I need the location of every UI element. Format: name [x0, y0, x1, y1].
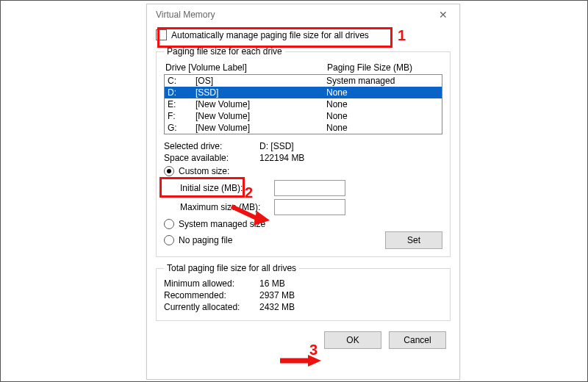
radio-icon[interactable] [164, 166, 174, 176]
virtual-memory-dialog: Virtual Memory ✕ Automatically manage pa… [146, 4, 460, 380]
selected-drive-row: Selected drive: D: [SSD] [164, 140, 442, 152]
header-drive: Drive [Volume Label] [165, 62, 327, 73]
list-item[interactable]: C: [OS] System managed [165, 75, 442, 87]
list-item[interactable]: D: [SSD] None [165, 87, 442, 98]
window-title: Virtual Memory [156, 10, 215, 20]
auto-manage-row[interactable]: Automatically manage paging file size fo… [156, 28, 451, 42]
maximum-size-row: Maximum size (MB): [164, 198, 442, 217]
list-item[interactable]: E: [New Volume] None [165, 98, 442, 110]
initial-size-input[interactable] [274, 180, 345, 196]
custom-size-label: Custom size: [179, 166, 229, 176]
drive-list-header: Drive [Volume Label] Paging File Size (M… [164, 61, 442, 74]
space-available-row: Space available: 122194 MB [164, 152, 442, 164]
maximum-size-input[interactable] [274, 199, 345, 215]
dialog-body: Automatically manage paging file size fo… [147, 25, 459, 356]
paging-each-group: Paging file size for each drive Drive [V… [156, 46, 451, 257]
ok-button[interactable]: OK [324, 331, 381, 349]
drive-listbox[interactable]: C: [OS] System managed D: [SSD] None E: … [164, 74, 442, 134]
list-item[interactable]: F: [New Volume] None [165, 110, 442, 122]
system-managed-radio[interactable]: System managed size [164, 217, 442, 231]
dialog-actions: OK Cancel [156, 327, 451, 349]
no-paging-radio[interactable]: No paging file [164, 233, 385, 248]
initial-size-row: Initial size (MB): [164, 179, 442, 198]
screenshot-canvas: Virtual Memory ✕ Automatically manage pa… [0, 0, 588, 382]
set-button[interactable]: Set [385, 231, 442, 249]
paging-total-group: Total paging file size for all drives Mi… [156, 263, 451, 321]
custom-size-radio[interactable]: Custom size: [164, 164, 442, 179]
paging-each-legend: Paging file size for each drive [164, 46, 285, 57]
radio-icon[interactable] [164, 219, 174, 229]
paging-total-legend: Total paging file size for all drives [164, 263, 299, 273]
cancel-button[interactable]: Cancel [389, 331, 446, 349]
auto-manage-label: Automatically manage paging file size fo… [171, 30, 369, 40]
close-icon[interactable]: ✕ [433, 7, 453, 22]
auto-manage-checkbox[interactable] [156, 29, 167, 40]
list-item[interactable]: G: [New Volume] None [165, 122, 442, 134]
header-size: Paging File Size (MB) [327, 62, 412, 73]
radio-icon[interactable] [164, 235, 174, 245]
titlebar: Virtual Memory ✕ [147, 4, 459, 25]
